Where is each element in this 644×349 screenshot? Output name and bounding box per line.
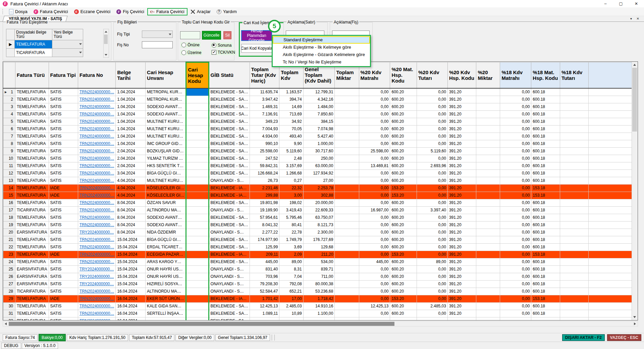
cell-turu[interactable]: TEMELFATURA (15, 103, 49, 110)
cell-tk20[interactable]: 391.20 (447, 280, 476, 288)
cell-mk18[interactable]: 600.18 (531, 169, 560, 177)
cell-tipi[interactable]: SATIS (49, 103, 78, 110)
cell-no[interactable]: TRN2024000000… (78, 169, 116, 177)
table-row[interactable]: 32TEMELFATURASATISTRN2024000000…16.04.20… (3, 317, 638, 320)
invoice-link[interactable]: TRN2024000000… (79, 127, 114, 131)
cell-tarih[interactable]: 15.04.2024 (116, 243, 146, 251)
cell-kod[interactable] (186, 96, 209, 103)
cell-no[interactable]: TRN2024000000… (78, 125, 116, 133)
cell-tipi[interactable]: SATIS (49, 155, 78, 162)
invoice-link[interactable]: TRN2024000000… (79, 200, 114, 205)
menubar-item-eczane-cevirici[interactable]: E Eczane Çevirici (71, 8, 114, 15)
cell-unvan[interactable]: YILMAZ TURİZM … (146, 155, 186, 162)
cell-gib[interactable]: BEKLEMEDE - SA… (209, 236, 250, 243)
cell-mk20[interactable]: 600.20 (390, 140, 417, 147)
cell-unvan[interactable]: ONUR HAYRİ US… (146, 273, 186, 280)
cell-m20[interactable]: 0,00 (359, 280, 390, 288)
cell-tarih[interactable]: 8.04.2024 (116, 221, 146, 229)
cell-no[interactable]: TRY2024000000… (78, 273, 116, 280)
cell-no[interactable]: TRN2024000000… (78, 192, 116, 199)
cell-m20[interactable]: 0,00 (359, 236, 390, 243)
cell-miktar[interactable] (335, 214, 359, 221)
cell-miktar[interactable] (335, 280, 359, 288)
cell-mk18[interactable]: 600.18 (531, 133, 560, 140)
cell-kod[interactable] (186, 147, 209, 155)
cell-no[interactable]: TRN2024000000… (78, 199, 116, 206)
cell-tk20[interactable]: 391.20 (447, 169, 476, 177)
cell-kdv[interactable]: 5.119,60 (279, 147, 303, 155)
cell-tk20[interactable]: 391.20 (447, 199, 476, 206)
cell-no[interactable]: TRN2024000000… (78, 155, 116, 162)
cell-mik20[interactable] (476, 310, 500, 317)
cell-kdv[interactable]: 3.419,43 (279, 206, 303, 214)
cell-miktar[interactable] (335, 199, 359, 206)
cell-no[interactable]: TRN2024000000… (78, 251, 116, 258)
scroll-up-icon[interactable] (633, 64, 636, 66)
cell-gib[interactable]: BEKLEMEDE - SA… (209, 103, 250, 110)
cell-m18[interactable]: 0,00 (500, 280, 531, 288)
column-header-no[interactable]: Fatura No (78, 62, 116, 88)
cell-mk20[interactable]: 600.20 (390, 155, 417, 162)
cell-kod[interactable] (186, 118, 209, 125)
cell-tipi[interactable]: SATIS (49, 236, 78, 243)
table-row[interactable]: 29TEMELFATURAIADETRN2024000000…16.04.202… (3, 295, 638, 302)
cell-tarih[interactable]: 15.04.2024 (116, 251, 146, 258)
cell-mk18[interactable]: 153.18 (531, 295, 560, 302)
cell-turu[interactable]: TEMELFATURA (15, 310, 49, 317)
cell-t18[interactable] (560, 229, 588, 236)
cell-mik20[interactable] (476, 177, 500, 184)
cell-tk20[interactable]: 391.20 (447, 118, 476, 125)
cell-m18[interactable]: 0,00 (500, 96, 531, 103)
cell-gib[interactable]: BEKLEMEDE - SA… (209, 155, 250, 162)
cell-kod[interactable] (186, 243, 209, 251)
cell-genel[interactable]: 129,68 (303, 243, 335, 251)
cell-m18[interactable]: 0,00 (500, 258, 531, 265)
cell-kdv[interactable]: 2,48 (279, 155, 303, 162)
cell-kod[interactable] (186, 280, 209, 288)
cell-unvan[interactable]: EKER SÜT ÜRÜN… (146, 295, 186, 302)
column-header-filler[interactable] (588, 62, 637, 88)
cell-tutar[interactable]: 7.136,91 (250, 110, 279, 118)
grid-cell-yeni-belge-dropdown[interactable] (52, 40, 83, 49)
invoice-link[interactable]: TRN2024000000… (79, 311, 114, 316)
cell-turu[interactable]: TEMELFATURA (15, 118, 49, 125)
table-row[interactable]: 18TEMELFATURASATISTRN2024000000…8.04.202… (3, 214, 638, 221)
cell-m20[interactable]: 16.987,00 (359, 206, 390, 214)
invoice-link[interactable]: TRN2024000000… (79, 259, 114, 264)
cell-genel[interactable]: 80.000,38 (303, 280, 335, 288)
cell-tipi[interactable]: IADE (49, 251, 78, 258)
cell-num[interactable]: 13 (3, 177, 15, 184)
scrollbar-thumb[interactable] (632, 68, 637, 132)
cell-tipi[interactable]: SATIS (49, 177, 78, 184)
cell-turu[interactable]: TEMELFATURA (15, 251, 49, 258)
cell-turu[interactable]: TEMELFATURA (15, 147, 49, 155)
cell-unvan[interactable]: SODEXO AVANT… (146, 221, 186, 229)
cell-turu[interactable]: EARSIVFATURA (15, 273, 49, 280)
cell-tutar[interactable]: 349,23 (250, 118, 279, 125)
cell-mik20[interactable] (476, 199, 500, 206)
menubar-item-dosya[interactable]: Dosya (6, 8, 31, 15)
cell-t20[interactable]: 0,00 (417, 243, 448, 251)
cell-t20[interactable]: 0,00 (417, 110, 448, 118)
cell-filler[interactable] (588, 206, 637, 214)
invoice-link[interactable]: TRN2024000000… (79, 208, 114, 212)
cell-tutar[interactable]: 8.041,32 (250, 221, 279, 229)
cell-t20[interactable]: 0,00 (417, 169, 448, 177)
cell-turu[interactable]: TEMELFATURA (15, 177, 49, 184)
cell-mk20[interactable]: 600.20 (390, 88, 417, 96)
cell-genel[interactable]: 2.253,78 (303, 184, 335, 192)
context-menu-item[interactable]: Akıllı Eşleştirme - Gözardı Kelimelere g… (273, 51, 370, 58)
cell-t20[interactable]: 0,00 (417, 265, 448, 273)
context-menu-item[interactable]: Standard Eşleştirme (273, 36, 370, 44)
table-row[interactable]: 19TEMELFATURASATISTRN2024000000…8.04.202… (3, 221, 638, 229)
invoice-link[interactable]: TRN2024000000… (79, 318, 114, 320)
cell-tarih[interactable]: 4.04.2024 (116, 192, 146, 199)
invoice-link[interactable]: TRN2024000000… (79, 104, 114, 109)
cell-mk20[interactable]: 153.20 (390, 295, 417, 302)
cell-t18[interactable] (560, 317, 588, 320)
cell-tk20[interactable]: 391.20 (447, 110, 476, 118)
cell-t20[interactable]: 89,00 (417, 258, 448, 265)
cell-tutar[interactable]: 79.208,30 (250, 280, 279, 288)
cell-turu[interactable]: TEMELFATURA (15, 162, 49, 169)
cell-kod[interactable] (186, 184, 209, 192)
